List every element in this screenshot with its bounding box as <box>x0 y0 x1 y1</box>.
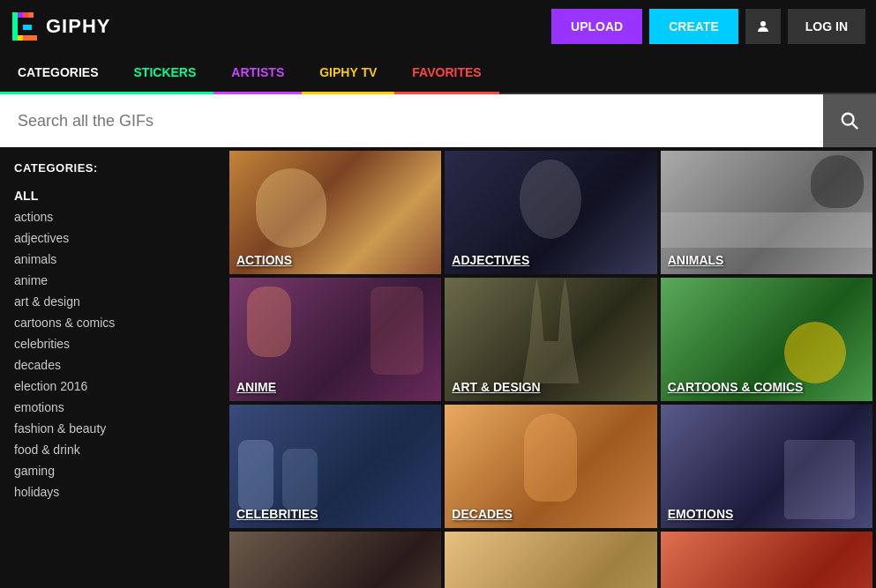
grid-cell-bottom1[interactable] <box>229 532 441 588</box>
logo-text: GIPHY <box>46 15 110 38</box>
sidebar-heading: CATEGORIES: <box>0 161 226 185</box>
grid-cell-decades-label: DECADES <box>452 507 512 521</box>
sidebar-link-all[interactable]: ALL <box>0 185 226 206</box>
grid-cell-cartoons-label: CARTOONS & COMICS <box>668 380 804 394</box>
grid-cell-animals[interactable]: ANIMALS <box>661 151 872 274</box>
sidebar-link-actions[interactable]: actions <box>0 206 226 227</box>
search-icon <box>840 111 859 130</box>
search-bar <box>0 94 876 147</box>
grid-cell-emotions-label: EMOTIONS <box>668 507 734 521</box>
tab-favorites[interactable]: FAVORITES <box>394 53 498 93</box>
sidebar-link-animals[interactable]: animals <box>0 249 226 270</box>
svg-rect-1 <box>18 12 23 18</box>
svg-point-7 <box>760 21 766 26</box>
gif-grid: ACTIONS ADJECTIVES ANIMALS ANIME ART <box>226 147 876 588</box>
grid-cell-cartoons[interactable]: CARTOONS & COMICS <box>661 278 872 401</box>
svg-rect-4 <box>28 12 34 18</box>
svg-rect-0 <box>12 12 18 41</box>
grid-cell-art-design[interactable]: ART & DESIGN <box>445 278 656 401</box>
grid-cell-anime-label: ANIME <box>236 380 276 394</box>
sidebar-link-emotions[interactable]: emotions <box>0 397 226 418</box>
sidebar-link-celebrities[interactable]: celebrities <box>0 333 226 354</box>
tab-artists[interactable]: ARTISTS <box>213 53 302 93</box>
grid-cell-bottom2[interactable] <box>445 532 656 588</box>
search-input[interactable] <box>0 94 823 147</box>
sidebar-link-anime[interactable]: anime <box>0 270 226 291</box>
tab-categories[interactable]: CATEGORIES <box>0 53 116 94</box>
svg-line-9 <box>852 123 857 129</box>
giphy-logo-icon <box>11 12 39 41</box>
create-button[interactable]: CREATE <box>649 9 738 44</box>
main-content: CATEGORIES: ALL actions adjectives anima… <box>0 147 876 588</box>
grid-cell-celebrities-label: CELEBRITIES <box>236 507 318 521</box>
sidebar-link-decades[interactable]: decades <box>0 354 226 376</box>
header: GIPHY UPLOAD CREATE LOG IN <box>0 0 876 53</box>
grid-cell-adjectives-label: ADJECTIVES <box>452 253 529 267</box>
login-button[interactable]: LOG IN <box>788 9 865 44</box>
grid-cell-animals-label: ANIMALS <box>668 253 724 267</box>
grid-cell-adjectives[interactable]: ADJECTIVES <box>445 151 656 274</box>
sidebar-link-fashion[interactable]: fashion & beauty <box>0 418 226 439</box>
sidebar-link-gaming[interactable]: gaming <box>0 460 226 481</box>
grid-cell-emotions[interactable]: EMOTIONS <box>661 405 872 528</box>
search-button[interactable] <box>823 94 876 147</box>
grid-cell-art-design-label: ART & DESIGN <box>452 380 540 394</box>
grid-cell-actions[interactable]: ACTIONS <box>229 151 441 274</box>
grid-cell-celebrities[interactable]: CELEBRITIES <box>229 405 441 528</box>
user-icon-button[interactable] <box>745 9 781 44</box>
grid-cell-anime[interactable]: ANIME <box>229 278 441 401</box>
nav-tabs: CATEGORIES STICKERS ARTISTS GIPHY TV FAV… <box>0 53 876 94</box>
logo-area: GIPHY <box>11 12 110 41</box>
svg-rect-3 <box>23 12 28 18</box>
svg-rect-5 <box>23 25 32 30</box>
svg-rect-6 <box>23 35 37 41</box>
sidebar-link-holidays[interactable]: holidays <box>0 481 226 502</box>
sidebar-link-food[interactable]: food & drink <box>0 439 226 460</box>
tab-giphy-tv[interactable]: GIPHY TV <box>302 53 394 93</box>
sidebar-link-cartoons[interactable]: cartoons & comics <box>0 312 226 333</box>
user-icon <box>755 19 771 34</box>
tab-stickers[interactable]: STICKERS <box>116 53 214 93</box>
sidebar-link-art-design[interactable]: art & design <box>0 291 226 312</box>
sidebar-link-adjectives[interactable]: adjectives <box>0 227 226 249</box>
svg-point-8 <box>842 114 854 125</box>
upload-button[interactable]: UPLOAD <box>551 9 642 44</box>
svg-rect-2 <box>18 35 23 41</box>
grid-cell-actions-label: ACTIONS <box>236 253 292 267</box>
sidebar: CATEGORIES: ALL actions adjectives anima… <box>0 147 226 588</box>
grid-cell-decades[interactable]: DECADES <box>445 405 656 528</box>
grid-cell-bottom3[interactable] <box>661 532 872 588</box>
sidebar-link-election[interactable]: election 2016 <box>0 376 226 397</box>
